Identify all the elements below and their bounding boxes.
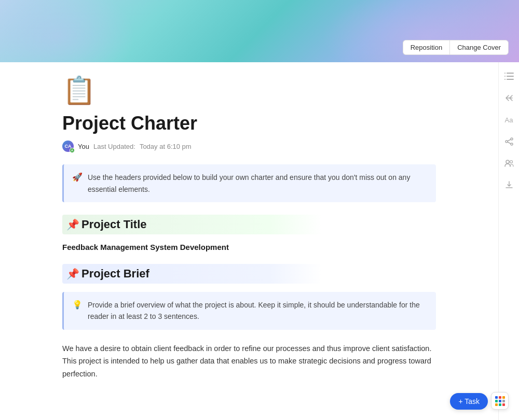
callout-text: Use the headers provided below to build … xyxy=(88,172,428,195)
section2-label: Project Brief xyxy=(81,267,149,281)
author-name: You xyxy=(78,143,89,150)
svg-point-7 xyxy=(506,141,508,143)
brief-callout: 💡 Provide a brief overview of what the p… xyxy=(62,292,436,330)
callout-icon: 🚀 xyxy=(72,172,83,182)
section1-label: Project Title xyxy=(81,218,147,231)
svg-rect-0 xyxy=(507,73,514,74)
last-updated-label: Last Updated: xyxy=(93,143,135,150)
task-button[interactable]: + Task xyxy=(450,393,488,410)
reposition-button[interactable]: Reposition xyxy=(403,40,449,55)
svg-point-11 xyxy=(506,160,509,163)
cover-action-buttons: Reposition Change Cover xyxy=(403,40,509,55)
section2-heading: 📌 Project Brief xyxy=(62,264,322,284)
svg-rect-2 xyxy=(507,79,514,80)
section1-emoji: 📌 xyxy=(66,218,79,231)
share-icon[interactable] xyxy=(503,136,515,147)
avatar: CA A xyxy=(62,141,74,152)
svg-line-9 xyxy=(508,139,511,141)
brief-callout-text: Provide a brief overview of what the pro… xyxy=(88,299,428,323)
intro-callout: 🚀 Use the headers provided below to buil… xyxy=(62,164,436,202)
list-icon[interactable] xyxy=(503,71,515,82)
download-icon[interactable] xyxy=(503,179,515,191)
svg-rect-3 xyxy=(504,73,506,74)
svg-point-8 xyxy=(511,143,513,145)
svg-rect-1 xyxy=(507,76,514,77)
font-icon[interactable]: Aa xyxy=(503,114,515,125)
section1-heading: 📌 Project Title xyxy=(62,215,322,234)
brief-body-text: We have a desire to obtain client feedba… xyxy=(62,342,436,381)
cover-image: Reposition Change Cover xyxy=(0,0,519,62)
section2-emoji: 📌 xyxy=(66,268,79,280)
svg-point-6 xyxy=(511,138,513,140)
svg-point-12 xyxy=(510,161,512,163)
section1-value: Feedback Management System Development xyxy=(62,243,436,251)
svg-line-10 xyxy=(508,142,511,144)
users-icon[interactable] xyxy=(503,158,515,169)
expand-icon[interactable] xyxy=(503,92,515,104)
page-emoji-icon[interactable]: 📋 xyxy=(62,77,93,108)
main-content: 📋 Project Charter CA A You Last Updated:… xyxy=(0,62,519,401)
brief-callout-icon: 💡 xyxy=(72,300,83,310)
author-row: CA A You Last Updated: Today at 6:10 pm xyxy=(62,141,436,152)
grid-menu-button[interactable] xyxy=(491,392,509,410)
page-title: Project Charter xyxy=(62,112,436,134)
svg-rect-5 xyxy=(504,79,506,80)
avatar-badge: A xyxy=(70,148,75,153)
svg-rect-4 xyxy=(504,76,506,77)
last-updated-value: Today at 6:10 pm xyxy=(140,143,192,150)
right-sidebar: Aa xyxy=(498,62,519,420)
grid-dots-icon xyxy=(495,396,505,406)
change-cover-button[interactable]: Change Cover xyxy=(449,40,509,55)
page-body: 📋 Project Charter CA A You Last Updated:… xyxy=(0,62,498,401)
